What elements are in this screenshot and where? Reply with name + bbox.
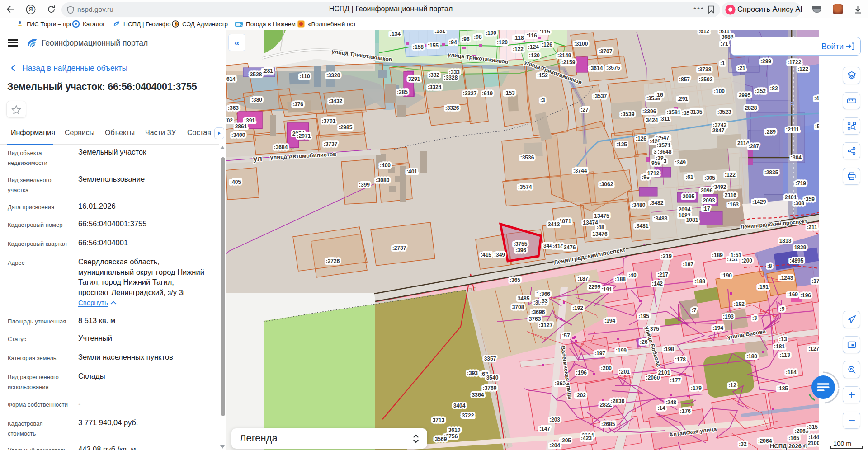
svg-text:3: 3 xyxy=(664,158,667,164)
svg-text:2847: 2847 xyxy=(712,127,725,134)
svg-text:Р: Р xyxy=(790,100,794,108)
svg-text::299: :299 xyxy=(760,58,771,65)
svg-text::3581: :3581 xyxy=(667,109,681,116)
svg-text::308: :308 xyxy=(793,200,804,206)
svg-text::190: :190 xyxy=(721,272,732,279)
svg-text:702: 702 xyxy=(226,117,233,124)
svg-text::96: :96 xyxy=(462,36,470,42)
svg-text::3737: :3737 xyxy=(324,141,338,147)
svg-text::3326: :3326 xyxy=(445,105,459,111)
svg-text::3062: :3062 xyxy=(599,181,613,188)
svg-text::3481: :3481 xyxy=(635,223,649,229)
svg-text::401: :401 xyxy=(406,169,417,175)
svg-text::179: :179 xyxy=(691,385,702,391)
svg-text::2971: :2971 xyxy=(297,133,311,139)
svg-text::352: :352 xyxy=(755,88,766,94)
svg-text::188: :188 xyxy=(615,276,626,282)
svg-text::124: :124 xyxy=(528,44,539,50)
svg-text::142: :142 xyxy=(652,281,663,287)
svg-text::118: :118 xyxy=(513,35,524,41)
svg-text::7: :7 xyxy=(692,307,697,314)
svg-text::2836: :2836 xyxy=(611,398,625,404)
svg-text::21: :21 xyxy=(737,65,745,71)
svg-text::178: :178 xyxy=(675,356,686,363)
svg-text::187: :187 xyxy=(577,276,588,282)
svg-text::217: :217 xyxy=(657,272,668,278)
svg-text:3722: 3722 xyxy=(462,412,474,419)
svg-text::3480: :3480 xyxy=(632,202,646,208)
svg-text::3738: :3738 xyxy=(698,66,712,73)
svg-text::13: :13 xyxy=(779,336,787,342)
svg-text::193: :193 xyxy=(723,314,734,320)
svg-text::155: :155 xyxy=(428,42,439,49)
svg-text::1243: :1243 xyxy=(779,275,793,281)
svg-text:2861: 2861 xyxy=(235,123,247,130)
svg-text::304: :304 xyxy=(791,155,802,161)
svg-text:1081: 1081 xyxy=(686,217,698,223)
svg-text:2094: 2094 xyxy=(679,206,691,213)
svg-text::32: :32 xyxy=(739,441,747,447)
svg-text::423: :423 xyxy=(581,435,592,441)
svg-text::400: :400 xyxy=(380,162,391,169)
svg-text::3539: :3539 xyxy=(621,111,635,117)
svg-text::192: :192 xyxy=(572,305,583,311)
svg-text::33: :33 xyxy=(540,298,548,304)
svg-text::1: :1 xyxy=(720,60,725,66)
svg-text::113: :113 xyxy=(779,352,790,358)
svg-text::366: :366 xyxy=(539,291,550,297)
svg-text::82: :82 xyxy=(770,85,778,92)
svg-text::332: :332 xyxy=(429,72,439,78)
svg-text::1429: :1429 xyxy=(752,199,766,205)
svg-text::17: :17 xyxy=(811,278,819,284)
svg-text:3357: 3357 xyxy=(484,356,496,362)
svg-text::196: :196 xyxy=(800,292,811,299)
svg-text::202: :202 xyxy=(575,392,586,398)
svg-text::188: :188 xyxy=(694,278,705,285)
svg-text:2093: 2093 xyxy=(703,197,715,204)
svg-text::3502: :3502 xyxy=(699,76,713,83)
svg-text::122: :122 xyxy=(797,66,808,72)
svg-text:2095: 2095 xyxy=(683,193,695,200)
svg-text::311: :311 xyxy=(659,116,670,122)
svg-text:3364: 3364 xyxy=(472,392,484,398)
svg-text::2985: :2985 xyxy=(339,124,353,131)
svg-text:3424: 3424 xyxy=(646,117,658,123)
svg-text::195: :195 xyxy=(638,313,649,319)
svg-text::4895: :4895 xyxy=(790,258,804,264)
svg-text::184: :184 xyxy=(786,369,797,375)
svg-text::285: :285 xyxy=(397,89,408,95)
svg-text:2828: 2828 xyxy=(745,105,757,111)
svg-text::2159: :2159 xyxy=(561,59,576,66)
svg-text::16: :16 xyxy=(655,92,663,98)
svg-text:3569: 3569 xyxy=(435,436,447,442)
svg-text::100: :100 xyxy=(486,30,496,36)
svg-text:НСПД 2026 ©: НСПД 2026 © xyxy=(770,443,808,450)
svg-text:2995: 2995 xyxy=(739,92,751,98)
svg-text::614: :614 xyxy=(226,76,236,82)
svg-text:2116: 2116 xyxy=(725,192,736,198)
svg-text::8: :8 xyxy=(767,263,772,269)
svg-text::857: :857 xyxy=(679,76,690,83)
svg-text::194: :194 xyxy=(712,325,723,331)
svg-text::2737: :2737 xyxy=(392,245,406,251)
svg-text:3763: 3763 xyxy=(529,316,541,322)
svg-text::35: :35 xyxy=(682,110,690,117)
svg-text::94: :94 xyxy=(449,39,457,46)
svg-text:2401: 2401 xyxy=(785,194,797,201)
svg-text:2100: 2100 xyxy=(808,440,819,446)
svg-text::3127: :3127 xyxy=(539,322,553,328)
svg-text::719: :719 xyxy=(795,180,806,187)
svg-text:13475: 13475 xyxy=(594,213,609,219)
svg-text::3707: :3707 xyxy=(599,48,613,55)
svg-text::376: :376 xyxy=(292,101,303,108)
svg-text::14: :14 xyxy=(657,405,665,411)
svg-text::3483: :3483 xyxy=(654,216,668,222)
svg-text:3610: 3610 xyxy=(448,427,461,433)
svg-text::3482: :3482 xyxy=(650,200,664,206)
svg-text::3396: :3396 xyxy=(642,108,656,115)
svg-text::2835: :2835 xyxy=(764,169,778,176)
svg-text::189: :189 xyxy=(712,252,723,258)
svg-text::3100: :3100 xyxy=(574,41,588,47)
svg-text::27: :27 xyxy=(580,107,589,113)
svg-text::26: :26 xyxy=(640,339,648,345)
